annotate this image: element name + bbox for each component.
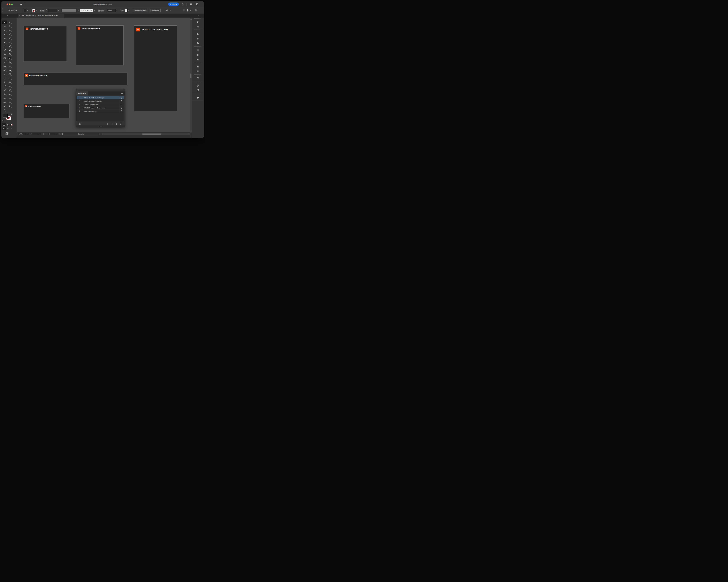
symbols-panel-icon[interactable] <box>196 41 200 45</box>
extrude-box-tool[interactable] <box>7 81 12 84</box>
document-setup-button[interactable]: Document Setup <box>133 9 148 12</box>
line-segment-tool[interactable] <box>7 33 12 36</box>
panel-close-icon[interactable]: × <box>77 89 78 91</box>
chevron-down-icon[interactable] <box>190 9 191 11</box>
artboard-page-icon[interactable] <box>119 96 124 99</box>
dock-group-grip[interactable] <box>194 94 201 94</box>
butterfly-tool[interactable] <box>2 81 7 84</box>
swatches-panel-icon[interactable] <box>196 32 200 36</box>
dock-collapse-icon[interactable]: « <box>198 15 199 17</box>
corner-curve-select-tool[interactable] <box>7 77 12 80</box>
direct-selection-tool[interactable] <box>7 21 12 24</box>
panel-resize-handle[interactable] <box>76 125 125 127</box>
export-panel-icon[interactable] <box>196 76 200 80</box>
curvature-pen-tool[interactable] <box>7 29 12 32</box>
document-tab[interactable]: × PPC–template.ai* @ 100 % (RGB/CPU Trim… <box>18 14 64 18</box>
artboard-row-4[interactable]: 4320x100–large–mobile–banner <box>77 106 124 109</box>
first-page-icon[interactable] <box>43 133 45 135</box>
artboard-2[interactable]: ASTUTE GRAPHICS.COM <box>76 25 124 65</box>
move-down-icon[interactable] <box>110 123 113 125</box>
scroll-down-icon[interactable] <box>190 131 191 132</box>
tab-close-icon[interactable]: × <box>19 15 20 17</box>
artboard-name[interactable]: 320x100–large–mobile–banner <box>82 106 119 109</box>
dock-group-grip[interactable] <box>194 74 201 75</box>
knife-tool[interactable] <box>2 105 7 108</box>
column-graph-tool[interactable] <box>7 64 12 68</box>
default-swatches-icon[interactable] <box>2 120 4 122</box>
artistic-brush-tool[interactable] <box>2 69 7 72</box>
toolbar-collapse-icon[interactable]: « <box>7 15 8 17</box>
texture-tool[interactable] <box>7 73 12 76</box>
selection-tool[interactable] <box>2 21 7 24</box>
workspace-switcher-icon[interactable] <box>189 3 192 6</box>
zoom-level-control[interactable]: 100% <box>18 133 29 135</box>
shape-builder-tool[interactable] <box>2 53 7 56</box>
move-up-icon[interactable] <box>106 123 109 125</box>
search-icon[interactable] <box>181 3 184 6</box>
artboard-page-icon[interactable] <box>119 110 124 113</box>
gradient-button[interactable] <box>6 123 9 126</box>
horizontal-scroll-thumb[interactable] <box>142 133 161 135</box>
connector-tool[interactable] <box>7 89 12 92</box>
tab-artboards[interactable]: Artboards <box>76 91 88 96</box>
artboards-panel-header[interactable]: × « <box>76 89 125 91</box>
last-page-icon[interactable] <box>61 133 63 135</box>
unlock-tool[interactable] <box>2 89 7 92</box>
rotation-value[interactable]: 0° <box>30 133 37 135</box>
draw-inside-icon[interactable] <box>10 127 13 130</box>
fill-swatch-large[interactable] <box>3 114 7 117</box>
draw-behind-icon[interactable] <box>6 127 9 130</box>
artboard-page-icon[interactable] <box>119 106 124 109</box>
artboard-page-icon[interactable] <box>119 100 124 103</box>
dock-group-grip[interactable] <box>194 82 201 82</box>
dock-group-grip[interactable] <box>194 18 201 19</box>
dock-group-grip[interactable] <box>194 47 201 47</box>
curve-handle-dark-tool[interactable] <box>2 97 7 100</box>
artboard-row-3[interactable]: 3728x90–leaderboard <box>77 103 124 106</box>
artboard-row-1[interactable]: 1300x250–medium–rectangle <box>77 96 124 100</box>
chevron-down-icon[interactable] <box>26 133 29 135</box>
chevron-down-icon[interactable] <box>55 133 58 135</box>
control-bar-grip[interactable] <box>2 8 3 12</box>
panel-toggle-icon[interactable] <box>196 3 198 6</box>
rearrange-artboards-icon[interactable] <box>78 123 81 125</box>
transform-gizmo-tool[interactable] <box>7 92 12 96</box>
dynamic-sketch-tool[interactable] <box>7 69 12 72</box>
eyedropper-tool[interactable] <box>2 60 7 64</box>
prev-page-icon[interactable] <box>46 133 48 135</box>
smudge-brush-tool[interactable] <box>2 73 7 76</box>
path-curve-select-tool[interactable] <box>2 77 7 80</box>
warp-squiggle-tool[interactable] <box>2 49 7 52</box>
rotation-control[interactable]: 0° <box>30 133 41 135</box>
paintbrush-tool[interactable] <box>7 36 12 40</box>
chevron-down-icon[interactable] <box>128 9 130 12</box>
artboard-3[interactable]: ASTUTE GRAPHICS.COM <box>24 72 127 85</box>
panel-menu-icon[interactable] <box>121 92 123 95</box>
chevron-down-icon[interactable] <box>57 9 59 12</box>
current-artboard-value[interactable]: 1 <box>48 133 55 135</box>
symbol-sprayer-tool[interactable] <box>2 64 7 68</box>
scale-tool[interactable] <box>7 45 12 48</box>
artboard-name[interactable]: 300x250–medium–rectangle <box>82 96 119 99</box>
gradient-panel-icon[interactable] <box>196 53 200 57</box>
opacity-label[interactable]: Opacity: <box>98 9 104 11</box>
mesh-tool[interactable] <box>2 57 7 60</box>
artboard-name[interactable]: 300x600–halfpage <box>82 110 119 113</box>
swap-fill-stroke-icon[interactable] <box>11 113 13 115</box>
zoom-tool[interactable] <box>2 109 7 112</box>
artboard-navigation-control[interactable]: 1 <box>48 133 58 135</box>
next-page-icon[interactable] <box>58 133 61 135</box>
stroke-label[interactable]: Stroke: <box>40 9 45 11</box>
opacity-field[interactable]: 100% <box>107 9 115 12</box>
magic-wand-tool[interactable] <box>2 25 7 28</box>
isolate-selection-icon[interactable] <box>165 9 168 12</box>
dock-group-grip[interactable] <box>194 30 201 30</box>
stroke-panel-icon[interactable] <box>196 49 200 52</box>
pen-tool[interactable] <box>2 29 7 32</box>
pencil-tool[interactable] <box>2 41 7 44</box>
chevron-down-icon[interactable] <box>26 9 29 12</box>
chevron-right-icon[interactable] <box>115 9 118 12</box>
free-transform-tool[interactable] <box>7 49 12 52</box>
horizontal-scrollbar[interactable]: ‹ › <box>102 133 190 135</box>
vertical-scroll-thumb[interactable] <box>190 74 191 78</box>
